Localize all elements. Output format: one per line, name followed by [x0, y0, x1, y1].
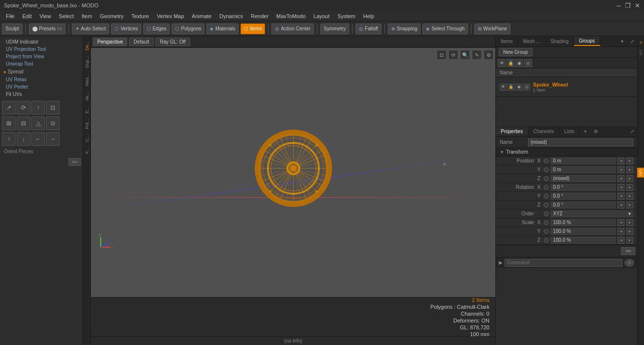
vp-icon-1[interactable]: ⊡	[437, 50, 446, 60]
prop-side-rz2[interactable]: ▸	[626, 202, 633, 208]
tab-shading[interactable]: Shading	[546, 37, 574, 46]
prop-side-pz[interactable]: ◂	[618, 175, 624, 182]
tool-icon-3[interactable]: ↑	[31, 101, 45, 115]
props-expand-icon[interactable]: ⤢	[627, 127, 637, 136]
side-tab-de[interactable]: De...	[84, 38, 90, 53]
prop-circle-px[interactable]	[544, 159, 549, 163]
tool-udim[interactable]: UDIM Indicator	[2, 38, 81, 46]
tool-unwrap[interactable]: Unwrap Tool	[2, 60, 81, 68]
default-button[interactable]: Default	[129, 38, 154, 46]
side-tab-dup[interactable]: Dup...	[84, 53, 90, 71]
prop-side-sx[interactable]: ◂	[618, 219, 624, 226]
tool-fit-uvs[interactable]: Fit UVs	[2, 91, 81, 98]
prop-circle-rz[interactable]	[544, 203, 549, 207]
command-input[interactable]	[505, 259, 622, 267]
prop-side-sz[interactable]: ◂	[618, 237, 624, 244]
prop-side-pz2[interactable]: ▸	[626, 175, 633, 182]
tab-groups[interactable]: Groups	[574, 37, 600, 46]
perspective-button[interactable]: Perspective	[93, 38, 127, 46]
side-vtab-us[interactable]: Us...	[638, 47, 644, 62]
menu-vertex-map[interactable]: Vertex Map	[153, 12, 188, 20]
prop-side-px[interactable]: ◂	[618, 158, 624, 164]
group-icon-render[interactable]: ◎	[524, 59, 532, 67]
tool-icon-7[interactable]: △	[31, 116, 45, 130]
materials-button[interactable]: ◈ Materials	[206, 23, 239, 34]
tool-icon-right[interactable]: →	[46, 132, 60, 146]
side-tab-ve[interactable]: Ve...	[84, 89, 90, 104]
prop-circle-ry[interactable]	[544, 194, 549, 199]
group-icon-vis[interactable]: ◉	[515, 59, 523, 67]
menu-texture[interactable]: Texture	[128, 12, 153, 20]
side-tab-pol[interactable]: Pol...	[84, 116, 90, 132]
prop-circle-sx[interactable]	[544, 220, 549, 225]
menu-geometry[interactable]: Geometry	[96, 12, 127, 20]
side-vtab-a[interactable]: A	[638, 38, 644, 47]
name-value[interactable]: (mixed)	[528, 138, 633, 146]
group-vis-icon[interactable]: ◉	[515, 84, 522, 91]
transform-section-header[interactable]: ▼ Transform	[496, 148, 637, 157]
right-tab-dropdown[interactable]: ▾	[617, 37, 627, 46]
prop-side-sz2[interactable]: ▸	[626, 237, 633, 244]
select-through-button[interactable]: ◈ Select Through	[422, 23, 468, 34]
props-tab-lists[interactable]: Lists	[559, 127, 580, 136]
prop-side-px2[interactable]: ▸	[626, 158, 633, 164]
prop-circle-rx[interactable]	[544, 185, 549, 190]
prop-side-sy2[interactable]: ▸	[626, 228, 633, 235]
tool-icon-left[interactable]: ←	[31, 132, 45, 146]
polygons-button[interactable]: ⬡ Polygons	[172, 23, 204, 34]
falloff-button[interactable]: ◎ Falloff	[355, 23, 381, 34]
edges-button[interactable]: ⬡ Edges	[143, 23, 170, 34]
menu-edit[interactable]: Edit	[19, 12, 36, 20]
prop-circle-order[interactable]	[544, 211, 549, 216]
props-tab-properties[interactable]: Properties	[496, 127, 529, 136]
prop-value-py[interactable]: 0 m	[551, 166, 616, 173]
tool-uv-peeler[interactable]: UV Peeler	[2, 83, 81, 91]
prop-side-rz[interactable]: ◂	[618, 202, 624, 208]
props-tab-add[interactable]: +	[579, 127, 591, 137]
right-panel-expand[interactable]: ⤢	[627, 37, 637, 46]
menu-help[interactable]: Help	[359, 12, 378, 20]
tool-icon-up[interactable]: ↑	[2, 132, 16, 146]
vp-icon-2[interactable]: ⟳	[448, 50, 458, 60]
vp-icon-4[interactable]: ✎	[472, 50, 482, 60]
menu-dynamics[interactable]: Dynamics	[216, 12, 247, 20]
command-submit-button[interactable]: ⊙	[624, 259, 634, 267]
prop-value-sz[interactable]: 100.0 %	[551, 237, 616, 244]
group-item-spoke-wheel[interactable]: 👁 🔒 ◉ ◎ Spoke_Wheel 1 Item	[496, 77, 637, 97]
ray-gl-button[interactable]: Ray GL: Off	[155, 38, 190, 46]
tool-icon-6[interactable]: ⊟	[17, 116, 30, 130]
side-tab-mes[interactable]: Mes...	[84, 71, 90, 89]
menu-maxtomodo[interactable]: MaxToModo	[272, 12, 310, 20]
prop-order-dropdown[interactable]: XYZ ▾	[551, 210, 633, 217]
snapping-button[interactable]: ⊕ Snapping	[388, 23, 421, 34]
tool-icon-4[interactable]: ⊡	[46, 101, 60, 115]
prop-value-ry[interactable]: 0.0 °	[551, 193, 616, 200]
vertices-button[interactable]: ⬡ Vertices	[111, 23, 141, 34]
props-tab-channels[interactable]: Channels	[529, 127, 559, 136]
menu-file[interactable]: File	[2, 12, 19, 20]
group-icon-eye[interactable]: 👁	[498, 59, 506, 67]
prop-value-px[interactable]: 0 m	[551, 158, 616, 164]
prop-side-ry[interactable]: ◂	[618, 193, 624, 200]
group-lock-icon[interactable]: 🔒	[508, 84, 514, 91]
prop-value-rx[interactable]: 0.0 °	[551, 184, 616, 191]
props-gear-icon[interactable]: ⚙	[591, 127, 601, 136]
menu-render[interactable]: Render	[247, 12, 272, 20]
group-rend-icon[interactable]: ◎	[523, 84, 530, 91]
prop-circle-py[interactable]	[544, 167, 549, 172]
tool-icon-2[interactable]: ⟳	[17, 101, 30, 115]
tab-items[interactable]: Items	[496, 37, 518, 46]
prop-circle-pz[interactable]	[544, 176, 549, 181]
menu-layout[interactable]: Layout	[310, 12, 333, 20]
prop-value-pz[interactable]: (mixed)	[551, 175, 616, 182]
side-tab-e[interactable]: E...	[84, 104, 90, 116]
tool-spread-category[interactable]: ▸ Spread	[2, 68, 81, 76]
tool-project-from-view[interactable]: Project from View	[2, 53, 81, 60]
prop-circle-sy[interactable]	[544, 229, 549, 234]
prop-side-ry2[interactable]: ▸	[626, 193, 633, 200]
tool-uv-relax[interactable]: UV Relax	[2, 76, 81, 83]
tool-icon-8[interactable]: ⊙	[46, 116, 60, 130]
prop-side-rx[interactable]: ◂	[618, 184, 624, 191]
close-button[interactable]: ✕	[635, 2, 640, 9]
tool-icon-1[interactable]: ↗	[2, 101, 16, 115]
